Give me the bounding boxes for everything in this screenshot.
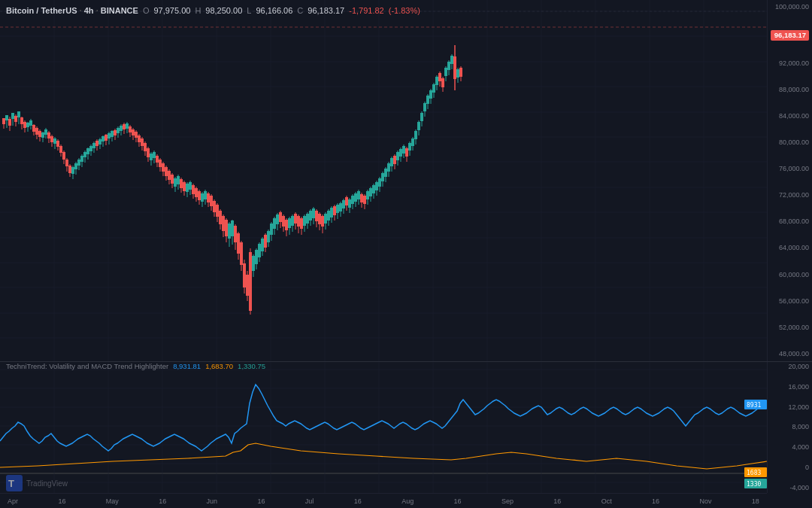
svg-rect-223 [291, 216, 294, 226]
svg-rect-79 [74, 163, 77, 169]
svg-rect-135 [159, 160, 162, 167]
tradingview-logo-icon: T [6, 475, 23, 491]
close-value: 96,183.17 [308, 6, 344, 15]
svg-rect-67 [56, 141, 59, 147]
svg-text:1330: 1330 [747, 481, 761, 488]
svg-rect-189 [240, 242, 243, 265]
svg-rect-217 [282, 216, 285, 227]
svg-rect-163 [201, 193, 204, 202]
open-value: 97,975.00 [153, 6, 190, 15]
x-label-aug16: 16 [454, 497, 462, 505]
x-label-jul16: 16 [354, 497, 362, 505]
x-label-apr16: 16 [58, 497, 65, 505]
svg-rect-233 [306, 214, 309, 224]
svg-rect-251 [333, 206, 336, 215]
x-label-sep16: 16 [553, 497, 561, 505]
svg-rect-335 [459, 68, 462, 77]
svg-rect-311 [423, 103, 426, 111]
svg-rect-299 [405, 148, 408, 157]
svg-rect-285 [384, 169, 387, 177]
indicator-title: TechniTrend: Volatility and MACD Trend H… [6, 362, 168, 370]
svg-rect-71 [62, 152, 65, 160]
svg-rect-237 [312, 208, 315, 218]
svg-rect-297 [402, 146, 405, 154]
svg-rect-197 [252, 256, 255, 271]
close-label: C [297, 6, 303, 15]
svg-rect-199 [255, 250, 258, 264]
svg-rect-83 [80, 156, 83, 162]
low-label: L [247, 6, 251, 15]
ind-label-8k: 8,000 [771, 424, 809, 430]
indicator-chart[interactable]: 8931 1683 1330 [0, 362, 767, 493]
svg-rect-295 [399, 149, 402, 157]
svg-rect-131 [153, 152, 156, 158]
svg-rect-327 [447, 62, 450, 70]
svg-rect-213 [276, 214, 279, 224]
open-label: O [143, 6, 150, 15]
svg-rect-161 [198, 191, 201, 200]
svg-rect-69 [59, 146, 62, 153]
price-axis: 100,000.00 96,183.17 92,000.00 88,000.00… [767, 0, 812, 361]
svg-rect-235 [309, 211, 312, 221]
change-pct-value: (-1.83%) [389, 6, 420, 15]
x-label-sep: Sep [501, 497, 514, 505]
change-value: -1,791.82 [349, 6, 383, 15]
svg-rect-277 [372, 185, 375, 193]
svg-rect-219 [285, 220, 288, 230]
high-value: 98,250.00 [205, 6, 242, 15]
symbol-label: Bitcoin / TetherUS · 4h · BINANCE [6, 6, 138, 15]
svg-rect-123 [141, 138, 144, 146]
svg-rect-179 [225, 220, 228, 236]
svg-rect-325 [444, 68, 447, 76]
svg-rect-47 [26, 123, 29, 127]
svg-rect-181 [228, 224, 231, 239]
svg-rect-149 [180, 179, 183, 188]
svg-rect-259 [345, 197, 348, 205]
svg-rect-43 [20, 117, 23, 124]
svg-rect-151 [183, 182, 186, 191]
x-label-nov18: 18 [752, 497, 759, 505]
svg-rect-81 [77, 160, 80, 166]
svg-rect-221 [288, 218, 291, 228]
svg-rect-183 [231, 221, 234, 236]
main-chart[interactable] [0, 0, 767, 361]
svg-rect-103 [111, 131, 114, 137]
timeframe-label: 4h [84, 6, 94, 15]
svg-rect-159 [195, 188, 198, 197]
svg-rect-225 [294, 214, 297, 224]
svg-rect-265 [354, 193, 357, 202]
price-label-current: 96,183.17 [771, 30, 809, 41]
svg-rect-95 [98, 139, 102, 144]
svg-rect-141 [168, 171, 171, 180]
svg-rect-279 [375, 182, 378, 190]
x-label-may16: 16 [159, 497, 166, 505]
svg-rect-191 [243, 263, 246, 287]
svg-text:1683: 1683 [747, 470, 761, 476]
svg-rect-35 [8, 119, 11, 126]
svg-rect-209 [270, 224, 273, 235]
svg-rect-211 [273, 218, 276, 229]
svg-rect-91 [92, 143, 95, 148]
svg-rect-283 [381, 173, 384, 181]
svg-rect-99 [105, 135, 108, 141]
x-label-jun: Jun [207, 497, 218, 505]
svg-rect-261 [348, 199, 351, 208]
svg-rect-31 [2, 118, 5, 124]
svg-rect-241 [318, 214, 321, 224]
svg-rect-253 [336, 205, 339, 213]
svg-rect-87 [86, 148, 89, 154]
svg-rect-305 [414, 131, 417, 139]
svg-rect-331 [453, 56, 456, 79]
exchange-label: BINANCE [101, 6, 138, 15]
svg-rect-39 [14, 116, 17, 122]
svg-rect-89 [89, 146, 92, 151]
svg-rect-201 [258, 244, 261, 257]
svg-rect-307 [417, 122, 420, 130]
svg-rect-309 [420, 113, 423, 121]
svg-rect-321 [438, 73, 441, 81]
indicator-y-axis: 20,000 16,000 12,000 8,000 4,000 0 -4,00… [767, 362, 812, 493]
svg-rect-229 [300, 218, 303, 229]
low-value: 96,166.06 [256, 6, 292, 15]
svg-rect-119 [135, 132, 138, 138]
svg-rect-165 [204, 191, 207, 199]
